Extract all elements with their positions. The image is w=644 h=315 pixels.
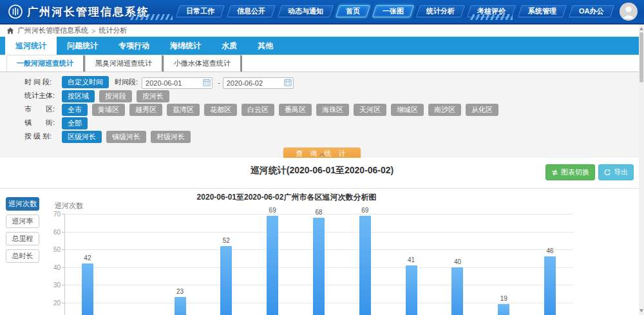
filter-option-button[interactable]: 花都区 — [204, 104, 237, 116]
bar-value-label: 42 — [75, 254, 100, 262]
date-start-input[interactable] — [142, 77, 213, 89]
main-tab[interactable]: 问题统计 — [57, 37, 108, 55]
nav-items: 日常工作信息公开动态与通知首页一张图统计分析考核评价系统管理OA办公 — [178, 5, 612, 17]
nav-item[interactable]: 系统管理 — [518, 5, 567, 17]
metric-button[interactable]: 巡河次数 — [6, 197, 39, 211]
y-tick-label: 50 — [45, 246, 61, 253]
filter-option-button[interactable]: 按区域 — [62, 90, 95, 102]
filter-option-button[interactable]: 从化区 — [466, 104, 498, 116]
scrollbar-thumb[interactable] — [639, 32, 643, 82]
nav-decor-hatch — [130, 14, 173, 20]
nav-item[interactable]: 信息公开 — [227, 5, 276, 17]
nav-item[interactable]: 动态与通知 — [278, 5, 334, 17]
level-label: 按 级 别: — [24, 131, 62, 141]
export-button[interactable]: 导出 — [598, 164, 634, 180]
time-label: 时 间 段: — [24, 77, 62, 87]
filter-option-button[interactable]: 白云区 — [242, 104, 274, 116]
nav-item[interactable]: 首页 — [336, 5, 370, 17]
y-axis-name: 巡河次数 — [55, 201, 83, 211]
brand-logo-icon — [8, 4, 23, 19]
bar-value-label: 41 — [399, 256, 424, 263]
filter-option-button[interactable]: 按河长 — [137, 90, 169, 102]
bar[interactable] — [406, 265, 417, 315]
sub-tab[interactable]: 小微水体巡查统计 — [164, 55, 242, 72]
results-actions: 图表切换 导出 — [545, 164, 634, 180]
person-icon — [620, 3, 638, 21]
metric-button[interactable]: 总时长 — [6, 249, 39, 263]
nav-item-label: OA办公 — [579, 6, 604, 16]
bar-value-label: 40 — [444, 258, 470, 265]
nav-item[interactable]: 一张图 — [372, 5, 414, 17]
nav-item-label: 系统管理 — [528, 6, 556, 16]
chart-switch-button[interactable]: 图表切换 — [545, 164, 595, 180]
metric-button[interactable]: 巡河率 — [6, 215, 39, 228]
filter-option-button[interactable]: 南沙区 — [428, 104, 461, 116]
bar[interactable] — [451, 267, 463, 315]
filter-option-button[interactable]: 增城区 — [391, 104, 424, 116]
filter-option-button[interactable]: 村级河长 — [151, 131, 191, 143]
bar[interactable] — [498, 304, 509, 315]
y-tick-label: 40 — [45, 264, 61, 271]
metric-button[interactable]: 总里程 — [6, 232, 39, 245]
y-tick-label: 70 — [45, 211, 61, 218]
bar-value-label: 46 — [537, 247, 563, 254]
filter-option-button[interactable]: 镇级河长 — [106, 131, 146, 143]
date-range-dash: - — [218, 79, 220, 86]
collapse-panel-caret[interactable] — [319, 152, 325, 157]
breadcrumb-root[interactable]: 广州河长管理信息系统 — [17, 26, 88, 35]
bar[interactable] — [313, 218, 325, 315]
filter-row-subject: 统计主体: 按区域按河段按河长 — [0, 89, 644, 102]
date-end-box — [223, 77, 294, 88]
bar-value-label: 69 — [352, 207, 378, 214]
calendar-icon[interactable] — [203, 79, 211, 86]
nav-decor-hatch — [470, 14, 513, 20]
sub-tab[interactable]: 黑臭河湖巡查统计 — [85, 55, 164, 72]
nav-item[interactable]: OA办公 — [569, 5, 614, 17]
filter-option-button[interactable]: 全部 — [62, 117, 88, 129]
nav-item-label: 一张图 — [383, 6, 404, 16]
sub-tab[interactable]: 一般河湖巡查统计 — [6, 55, 85, 72]
bar[interactable] — [175, 297, 186, 315]
breadcrumb-current: 统计分析 — [99, 26, 127, 35]
main-tab[interactable]: 专项行动 — [108, 37, 160, 55]
custom-time-button[interactable]: 自定义时间 — [62, 76, 109, 88]
filter-option-button[interactable]: 海珠区 — [316, 104, 349, 116]
filter-row-district: 市 区: 全市黄埔区越秀区荔湾区花都区白云区番禺区海珠区天河区增城区南沙区从化区 — [0, 102, 644, 116]
main-tab[interactable]: 水质 — [211, 37, 247, 55]
bar[interactable] — [267, 216, 278, 315]
filter-option-button[interactable]: 区级河长 — [62, 131, 102, 143]
vertical-scrollbar[interactable] — [639, 24, 644, 315]
filter-row-level: 按 级 别: 区级河长镇级河长村级河长 — [0, 129, 644, 143]
range-label: 时间段: — [115, 77, 138, 87]
nav-item-label: 动态与通知 — [288, 6, 323, 16]
main-tab[interactable]: 海绵统计 — [160, 37, 211, 55]
district-options: 全市黄埔区越秀区荔湾区花都区白云区番禺区海珠区天河区增城区南沙区从化区 — [62, 103, 503, 116]
main-tab[interactable]: 其他 — [247, 37, 283, 55]
scrollbar-down-arrow[interactable] — [639, 309, 643, 312]
main-tab-bar: 巡河统计问题统计专项行动海绵统计水质其他 — [0, 37, 644, 55]
bar[interactable] — [220, 246, 232, 315]
filter-row-time: 时 间 段: 自定义时间 时间段: - — [0, 75, 644, 89]
filter-option-button[interactable]: 番禺区 — [279, 104, 312, 116]
nav-item[interactable]: 日常工作 — [176, 5, 225, 17]
bar[interactable] — [82, 263, 93, 315]
swap-arrows-icon — [551, 169, 558, 176]
nav-item[interactable]: 统计分析 — [416, 5, 465, 17]
bar[interactable] — [544, 256, 556, 315]
filter-option-button[interactable]: 全市 — [62, 104, 88, 116]
nav-item-label: 统计分析 — [426, 6, 455, 16]
user-avatar[interactable] — [620, 3, 638, 21]
filter-option-button[interactable]: 越秀区 — [129, 104, 162, 116]
filter-option-button[interactable]: 黄埔区 — [92, 104, 125, 116]
scrollbar-up-arrow[interactable] — [639, 27, 643, 30]
filter-option-button[interactable]: 荔湾区 — [167, 104, 200, 116]
results-header: 巡河统计(2020-06-01至2020-06-02) 图表切换 导出 — [0, 158, 644, 188]
filter-option-button[interactable]: 天河区 — [354, 104, 386, 116]
home-icon — [6, 27, 14, 35]
main-tab[interactable]: 巡河统计 — [5, 37, 57, 55]
y-axis-line — [64, 214, 65, 315]
filter-option-button[interactable]: 按河段 — [99, 90, 132, 102]
calendar-icon[interactable] — [284, 79, 292, 86]
bar[interactable] — [359, 216, 371, 315]
date-end-input[interactable] — [223, 77, 294, 89]
